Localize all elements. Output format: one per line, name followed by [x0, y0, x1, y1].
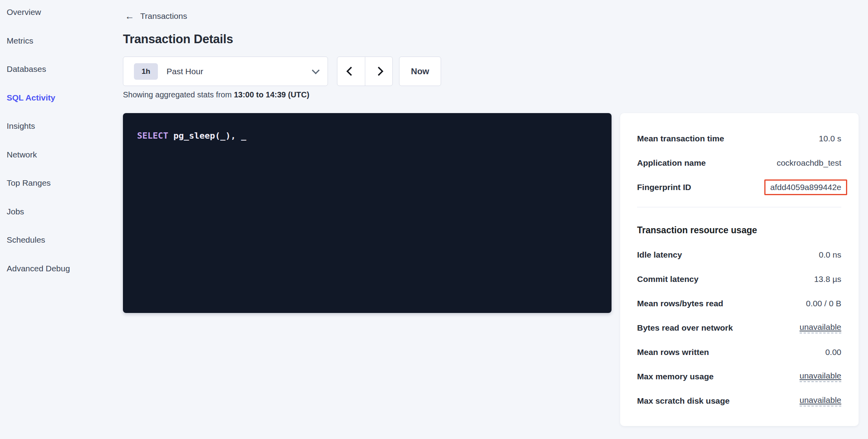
detail-label: Bytes read over network: [637, 323, 733, 333]
detail-row-application-name: Application name cockroachdb_test: [637, 151, 841, 175]
sidebar-item-insights[interactable]: Insights: [0, 112, 118, 141]
sidebar-item-metrics[interactable]: Metrics: [0, 27, 118, 55]
back-link-label: Transactions: [140, 11, 187, 21]
unavailable-value-tooltip-anchor[interactable]: unavailable: [800, 322, 841, 333]
transaction-details-card: Mean transaction time 10.0 s Application…: [620, 113, 859, 426]
aggregated-stats-summary: Showing aggregated stats from 13:00 to 1…: [123, 90, 309, 99]
detail-row-mean-transaction-time: Mean transaction time 10.0 s: [637, 126, 841, 151]
sidebar-item-databases[interactable]: Databases: [0, 55, 118, 84]
now-button[interactable]: Now: [399, 57, 441, 86]
detail-label: Commit latency: [637, 274, 698, 284]
sidebar-item-overview[interactable]: Overview: [0, 0, 118, 27]
back-arrow-icon: ←: [125, 11, 134, 21]
time-range-badge: 1h: [134, 63, 158, 80]
resource-row-max-scratch-disk-usage: Max scratch disk usage unavailable: [637, 389, 841, 413]
detail-row-fingerprint-id: Fingerprint ID afdd4059a899442e: [637, 175, 841, 199]
page-title: Transaction Details: [123, 32, 233, 46]
sidebar-item-network[interactable]: Network: [0, 141, 118, 169]
sidebar-item-jobs[interactable]: Jobs: [0, 198, 118, 226]
unavailable-value-tooltip-anchor[interactable]: unavailable: [800, 395, 841, 406]
detail-label: Mean rows written: [637, 348, 709, 357]
resource-usage-rows: Idle latency 0.0 ns Commit latency 13.8 …: [637, 243, 841, 413]
sidebar-item-advanced-debug[interactable]: Advanced Debug: [0, 254, 118, 283]
detail-label: Max memory usage: [637, 372, 714, 381]
time-picker-row: 1h Past Hour Now: [123, 57, 441, 86]
sidebar-item-top-ranges[interactable]: Top Ranges: [0, 169, 118, 198]
detail-label: Fingerprint ID: [637, 183, 691, 192]
resource-row-mean-rows-written: Mean rows written 0.00: [637, 340, 841, 364]
sidebar-item-schedules[interactable]: Schedules: [0, 226, 118, 254]
previous-time-range-button[interactable]: [337, 57, 365, 86]
detail-value: 0.00: [825, 348, 841, 357]
sql-statement-box: SELECTpg_sleep(_), _: [123, 113, 612, 313]
chevron-left-icon: [346, 66, 356, 76]
chevron-down-icon: [312, 66, 320, 74]
resource-row-bytes-read-over-network: Bytes read over network unavailable: [637, 316, 841, 340]
detail-value: 13.8 µs: [814, 274, 841, 284]
stats-summary-prefix: Showing aggregated stats from: [123, 90, 234, 99]
detail-label: Application name: [637, 158, 706, 168]
sql-keyword: SELECT: [137, 131, 168, 141]
time-range-dropdown[interactable]: 1h Past Hour: [123, 57, 328, 86]
detail-value: 0.0 ns: [819, 250, 841, 260]
chevron-right-icon: [374, 66, 383, 76]
detail-value: 10.0 s: [819, 134, 841, 143]
stats-summary-range: 13:00 to 14:39 (UTC): [234, 90, 309, 99]
resource-row-idle-latency: Idle latency 0.0 ns: [637, 243, 841, 267]
detail-value: 0.00 / 0 B: [806, 299, 841, 308]
next-time-range-button[interactable]: [365, 57, 393, 86]
sql-statement-text: pg_sleep(_), _: [173, 131, 246, 141]
detail-value: cockroachdb_test: [776, 158, 841, 168]
back-to-transactions-link[interactable]: ← Transactions: [125, 10, 187, 22]
sidebar-item-sql-activity[interactable]: SQL Activity: [0, 84, 118, 112]
time-range-pager: [337, 57, 393, 86]
detail-label: Mean transaction time: [637, 134, 724, 143]
detail-label: Mean rows/bytes read: [637, 299, 723, 308]
resource-usage-section-title: Transaction resource usage: [637, 224, 841, 236]
resource-row-mean-rows-bytes-read: Mean rows/bytes read 0.00 / 0 B: [637, 291, 841, 316]
annotation-highlight-box: afdd4059a899442e: [764, 179, 847, 195]
resource-row-max-memory-usage: Max memory usage unavailable: [637, 364, 841, 389]
card-divider: [637, 207, 841, 207]
sidebar: Overview Metrics Databases SQL Activity …: [0, 0, 118, 283]
unavailable-value-tooltip-anchor[interactable]: unavailable: [800, 371, 841, 382]
detail-label: Idle latency: [637, 250, 682, 260]
time-range-selected-label: Past Hour: [167, 67, 203, 76]
detail-label: Max scratch disk usage: [637, 396, 730, 406]
resource-row-commit-latency: Commit latency 13.8 µs: [637, 267, 841, 291]
fingerprint-id-value: afdd4059a899442e: [770, 183, 841, 192]
